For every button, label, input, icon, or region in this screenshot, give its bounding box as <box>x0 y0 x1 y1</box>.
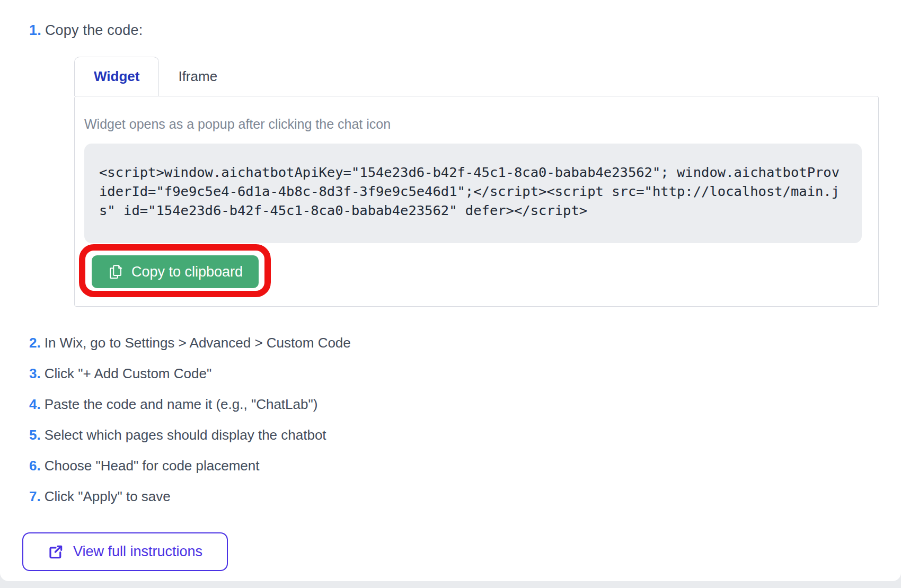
step-number: 4. <box>29 396 41 412</box>
step-number: 3. <box>29 366 41 381</box>
copy-button-area: Copy to clipboard <box>92 255 259 288</box>
step-number: 5. <box>29 427 41 443</box>
step-text: Select which pages should display the ch… <box>45 427 326 443</box>
instruction-steps: 2.In Wix, go to Settings > Advanced > Cu… <box>29 334 880 505</box>
embed-code-section: Widget Iframe Widget opens as a popup af… <box>74 57 879 307</box>
step-number: 2. <box>29 335 41 351</box>
embed-code-block[interactable]: <script>window.aichatbotApiKey="154e23d6… <box>84 144 862 243</box>
step-1-heading: 1.Copy the code: <box>29 22 880 39</box>
tab-widget-label: Widget <box>94 68 139 85</box>
step-2: 2.In Wix, go to Settings > Advanced > Cu… <box>29 334 880 351</box>
copy-pages-icon <box>108 264 123 280</box>
external-link-icon <box>48 544 64 560</box>
code-type-tabs: Widget Iframe <box>74 57 879 96</box>
copy-button-label: Copy to clipboard <box>131 264 243 280</box>
step-number: 1. <box>29 22 41 38</box>
widget-caption: Widget opens as a popup after clicking t… <box>84 117 862 132</box>
tab-widget[interactable]: Widget <box>74 57 159 96</box>
step-text: Choose "Head" for code placement <box>45 458 260 474</box>
step-text: Copy the code: <box>45 22 143 38</box>
copy-to-clipboard-button[interactable]: Copy to clipboard <box>92 255 259 288</box>
embed-code-text: <script>window.aichatbotApiKey="154e23d6… <box>99 163 841 220</box>
step-text: Click "+ Add Custom Code" <box>45 366 211 381</box>
step-text: Paste the code and name it (e.g., "ChatL… <box>45 396 318 412</box>
step-4: 4.Paste the code and name it (e.g., "Cha… <box>29 396 880 413</box>
step-number: 7. <box>29 488 41 504</box>
step-6: 6.Choose "Head" for code placement <box>29 457 880 474</box>
step-text: In Wix, go to Settings > Advanced > Cust… <box>45 335 351 351</box>
step-5: 5.Select which pages should display the … <box>29 426 880 443</box>
tab-iframe[interactable]: Iframe <box>159 57 236 96</box>
step-text: Click "Apply" to save <box>45 488 171 504</box>
tab-iframe-label: Iframe <box>178 68 217 85</box>
step-number: 6. <box>29 458 41 474</box>
content-card: 1.Copy the code: Widget Iframe Widget op… <box>0 0 901 581</box>
view-button-label: View full instructions <box>73 544 202 560</box>
view-full-instructions-button[interactable]: View full instructions <box>22 532 228 571</box>
step-7: 7.Click "Apply" to save <box>29 488 880 505</box>
step-3: 3.Click "+ Add Custom Code" <box>29 365 880 382</box>
widget-code-panel: Widget opens as a popup after clicking t… <box>74 96 879 307</box>
